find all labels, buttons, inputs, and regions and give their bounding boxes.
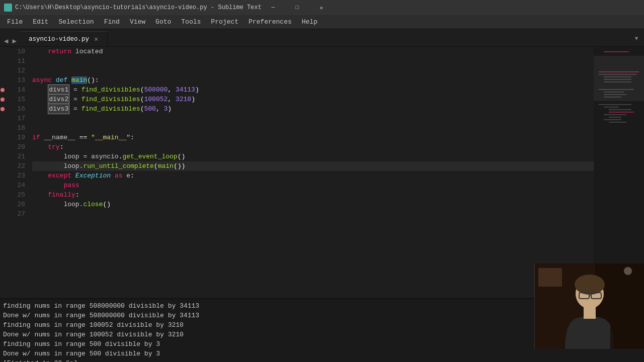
gutter-11 (0, 56, 7, 66)
gutter-13 (0, 75, 7, 85)
line-num-24: 24 (9, 180, 25, 190)
line-num-12: 12 (9, 66, 25, 75)
window-title: C:\Users\H\Desktop\asyncio-tutorials\asy… (15, 4, 262, 11)
box-divs3: divs3 (48, 104, 69, 114)
code-line-10: return located (32, 47, 594, 56)
menu-tools[interactable]: Tools (176, 17, 206, 27)
window-controls: ─ □ ✕ (262, 0, 333, 15)
console-line-7: [Finished in 32.6s] (3, 358, 641, 362)
menu-find[interactable]: Find (99, 17, 125, 27)
title-bar: C:\Users\H\Desktop\asyncio-tutorials\asy… (0, 0, 644, 15)
line-num-25: 25 (9, 190, 25, 200)
code-line-15: divs2 = find_divisibles(100052, 3210) (32, 95, 594, 104)
gutter-14 (0, 85, 7, 95)
minimap (594, 47, 644, 298)
kw-pass: pass (63, 180, 79, 190)
str-main: "__main__" (91, 133, 130, 142)
svg-rect-21 (540, 269, 560, 285)
tab-navigation: ◀ ▶ (0, 36, 21, 46)
kw-exception: Exception (75, 171, 111, 180)
fn-main-call: main (158, 161, 174, 171)
console-line-6: Done w/ nums in range 500 divisible by 3 (3, 349, 641, 358)
minimize-button[interactable]: ─ (262, 0, 285, 15)
svg-rect-27 (584, 306, 596, 319)
code-editor[interactable]: return located async def main(): divs1 =… (29, 47, 594, 298)
line-num-23: 23 (9, 171, 25, 180)
code-line-19: if __name__ == "__main__": (32, 133, 594, 142)
line-num-26: 26 (9, 200, 25, 209)
gutter-16 (0, 104, 7, 114)
num-508000: 508000 (144, 85, 168, 95)
person-silhouette (535, 263, 644, 349)
box-divs1: divs1 (48, 84, 69, 95)
line-num-22: 22 (9, 161, 25, 171)
num-100052: 100052 (144, 95, 168, 104)
line-num-15: 15 (9, 95, 25, 104)
fn-close: close (83, 200, 103, 209)
menu-help[interactable]: Help (297, 17, 323, 27)
code-line-22: loop.run_until_complete(main()) (32, 161, 594, 171)
fn-get-event-loop: get_event_loop (122, 152, 177, 161)
selected-text-main: main (71, 76, 87, 84)
menu-view[interactable]: View (125, 17, 150, 27)
kw-try: try (48, 142, 59, 152)
tab-bar: ◀ ▶ asyncio-video.py ✕ ▾ (0, 29, 644, 47)
code-line-13: async def main(): (32, 75, 594, 85)
minimap-svg (594, 47, 644, 298)
code-line-24: pass (32, 180, 594, 190)
kw-if: if (32, 133, 44, 142)
menu-edit[interactable]: Edit (28, 17, 53, 27)
code-line-20: try: (32, 142, 594, 152)
tab-dropdown-button[interactable]: ▾ (629, 29, 644, 47)
tab-asyncio-video[interactable]: asyncio-video.py ✕ (21, 31, 108, 46)
webcam-video (535, 263, 644, 349)
maximize-button[interactable]: □ (286, 0, 309, 15)
breakpoint-dot-14 (1, 88, 5, 92)
editor-container: 10 11 12 13 14 15 16 17 18 19 20 21 22 2… (0, 47, 644, 298)
gutter-10 (0, 47, 7, 56)
webcam-overlay (534, 263, 644, 349)
svg-rect-28 (610, 263, 644, 349)
fn-find3: find_divisibles (82, 104, 140, 114)
line-numbers: 10 11 12 13 14 15 16 17 18 19 20 21 22 2… (7, 47, 29, 298)
menu-preferences[interactable]: Preferences (244, 17, 297, 27)
line-num-11: 11 (9, 56, 25, 66)
gutter-18 (0, 123, 7, 133)
num-500: 500 (144, 104, 155, 114)
kw-def: def (56, 75, 71, 85)
code-line-27 (32, 209, 594, 219)
num-34113: 34113 (176, 85, 195, 95)
code-line-14: divs1 = find_divisibles(508000, 34113) (32, 85, 594, 95)
editor-gutter (0, 47, 7, 298)
gutter-25 (0, 190, 7, 200)
gutter-15 (0, 95, 7, 104)
menu-file[interactable]: File (2, 17, 28, 27)
line-num-20: 20 (9, 142, 25, 152)
var-located: located (75, 47, 103, 56)
line-num-16: 16 (9, 104, 25, 114)
code-line-16: divs3 = find_divisibles(500, 3) (32, 104, 594, 114)
fn-run-until: run_until_complete (83, 161, 153, 171)
fn-find2: find_divisibles (82, 95, 140, 104)
kw-finally: finally (48, 190, 75, 200)
code-line-17 (32, 114, 594, 123)
gutter-17 (0, 114, 7, 123)
kw-except: except (48, 171, 75, 180)
tab-prev-arrow[interactable]: ◀ (3, 36, 9, 46)
menu-goto[interactable]: Goto (150, 17, 176, 27)
code-line-12 (32, 66, 594, 75)
var-e: e (126, 171, 130, 180)
dunder-name: __name__ (44, 133, 75, 142)
close-button[interactable]: ✕ (310, 0, 333, 15)
line-num-21: 21 (9, 152, 25, 161)
gutter-21 (0, 152, 7, 161)
code-line-11 (32, 56, 594, 66)
breakpoint-dot-16 (1, 107, 5, 111)
line-num-17: 17 (9, 114, 25, 123)
menu-selection[interactable]: Selection (53, 17, 99, 27)
tab-next-arrow[interactable]: ▶ (11, 36, 17, 46)
tab-close-button[interactable]: ✕ (93, 35, 99, 43)
line-num-13: 13 (9, 75, 25, 85)
menu-project[interactable]: Project (206, 17, 244, 27)
gutter-24 (0, 180, 7, 190)
